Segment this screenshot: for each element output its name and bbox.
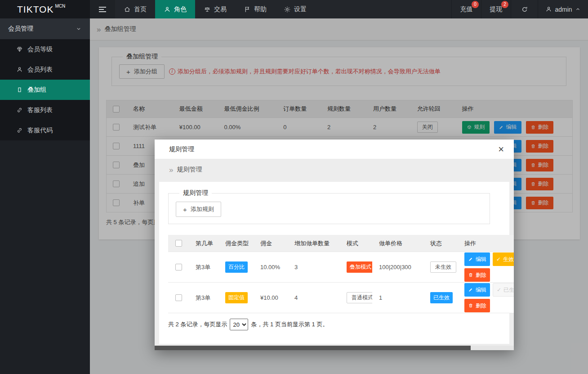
scales-icon xyxy=(204,6,211,13)
horizontal-scrollbar xyxy=(155,346,514,350)
menu-toggle-button[interactable] xyxy=(90,0,115,18)
sidebar-item-member-list[interactable]: 会员列表 xyxy=(0,59,90,80)
link-icon xyxy=(16,107,23,113)
fieldset-legend: 规则管理 xyxy=(179,189,212,197)
check-icon: ✓ xyxy=(497,287,501,293)
box-icon xyxy=(16,86,23,93)
commission-type-tag: 固定值 xyxy=(225,292,248,303)
add-rule-button[interactable]: + 添加规则 xyxy=(176,202,221,217)
nav-item-trade[interactable]: 交易 xyxy=(195,0,235,18)
rule-row: 第3单 百分比 10.00% 3 叠加模式 100|200|300 未生效 编辑… xyxy=(168,252,514,283)
modal-header: 规则管理 × xyxy=(155,140,514,159)
page-size-select[interactable]: 20 xyxy=(230,319,248,330)
nav-item-home[interactable]: 首页 xyxy=(115,0,155,18)
home-icon xyxy=(124,6,131,13)
check-icon: ✓ xyxy=(496,257,501,262)
app-screen: TIKTOK MCN 首页 角色 交易 帮助 xyxy=(0,0,588,374)
sidebar-group-member-management[interactable]: 会员管理 xyxy=(0,18,90,39)
app-logo: TIKTOK MCN xyxy=(0,0,90,18)
withdraw-button[interactable]: 提现 2 xyxy=(481,0,511,18)
plus-icon: + xyxy=(183,206,187,213)
status-tag: 未生效 xyxy=(430,261,456,273)
user-menu[interactable]: admin xyxy=(538,0,588,18)
modal-title: 规则管理 xyxy=(169,145,194,153)
topbar: TIKTOK MCN 首页 角色 交易 帮助 xyxy=(0,0,588,18)
link-icon xyxy=(16,127,23,134)
nav-item-settings[interactable]: 设置 xyxy=(275,0,315,18)
rule-management-modal: 规则管理 × » 规则管理 规则管理 + 添加规则 第几单 佣金类型 佣金 xyxy=(155,140,514,350)
rule-table: 第几单 佣金类型 佣金 增加做单数量 模式 做单价格 状态 操作 第3单 百分比… xyxy=(168,235,514,313)
sidebar-item-member-level[interactable]: 会员等级 xyxy=(0,39,90,59)
trash-icon xyxy=(468,272,473,278)
recharge-button[interactable]: 充值 0 xyxy=(451,0,481,18)
pencil-icon xyxy=(468,257,473,262)
trash-icon xyxy=(468,303,473,308)
delete-button[interactable]: 删除 xyxy=(464,268,490,282)
rule-row: 第3单 固定值 ¥10.00 4 普通模式 1 已生效 编辑 ✓已生效 删除 xyxy=(168,283,514,313)
nav-item-help[interactable]: 帮助 xyxy=(235,0,275,18)
edit-button[interactable]: 编辑 xyxy=(464,252,490,266)
nav-item-roles[interactable]: 角色 xyxy=(155,0,195,18)
scrollbar-thumb[interactable] xyxy=(155,346,471,350)
col-header: 操作 xyxy=(458,239,514,248)
delete-button[interactable]: 删除 xyxy=(464,299,490,312)
edit-button[interactable]: 编辑 xyxy=(464,283,490,297)
top-navigation: 首页 角色 交易 帮助 设置 xyxy=(115,0,315,18)
commission-type-tag: 百分比 xyxy=(225,261,248,273)
row-checkbox[interactable] xyxy=(175,294,182,301)
modal-content-panel: 规则管理 + 添加规则 第几单 佣金类型 佣金 增加做单数量 模式 做单价格 状… xyxy=(159,182,509,344)
col-header: 佣金 xyxy=(254,239,288,248)
withdraw-badge: 2 xyxy=(501,1,508,8)
col-header: 第几单 xyxy=(189,239,218,248)
user-icon xyxy=(545,6,552,13)
col-header: 做单价格 xyxy=(372,239,423,248)
rule-fieldset: 规则管理 + 添加规则 xyxy=(168,189,490,224)
user-icon xyxy=(16,66,23,73)
status-tag: 已生效 xyxy=(430,292,453,303)
close-icon[interactable]: × xyxy=(498,144,504,154)
rule-table-header: 第几单 佣金类型 佣金 增加做单数量 模式 做单价格 状态 操作 xyxy=(168,235,514,252)
rule-table-pagination: 共 2 条记录，每页显示 20 条，共 1 页当前显示第 1 页。 xyxy=(168,319,328,330)
username: admin xyxy=(555,6,572,13)
chevron-down-icon xyxy=(76,26,82,32)
col-header: 增加做单数量 xyxy=(288,239,340,248)
mode-tag: 叠加模式 xyxy=(347,261,372,273)
logo-title: TIKTOK xyxy=(17,4,53,15)
logo-tag: MCN xyxy=(55,4,65,9)
recharge-badge: 0 xyxy=(472,1,479,8)
mode-tag: 普通模式 xyxy=(347,292,372,303)
sidebar-item-overlay-group[interactable]: 叠加组 xyxy=(0,80,90,100)
sidebar: 会员管理 会员等级 会员列表 叠加组 客服列表 客服代码 xyxy=(0,18,90,374)
double-chevron-icon: » xyxy=(169,166,173,174)
sidebar-item-service-list[interactable]: 客服列表 xyxy=(0,100,90,120)
col-header: 佣金类型 xyxy=(218,239,254,248)
chevron-up-icon xyxy=(575,6,581,12)
refresh-icon xyxy=(521,6,528,13)
modal-breadcrumb: » 规则管理 xyxy=(155,159,514,180)
gem-icon xyxy=(16,46,23,53)
gear-icon xyxy=(284,6,291,13)
topbar-right: 充值 0 提现 2 admin xyxy=(451,0,588,18)
refresh-button[interactable] xyxy=(511,0,538,18)
col-header: 状态 xyxy=(423,239,458,248)
flag-icon xyxy=(244,6,251,13)
sidebar-submenu: 会员等级 会员列表 叠加组 客服列表 客服代码 xyxy=(0,39,90,140)
col-header: 模式 xyxy=(340,239,372,248)
user-icon xyxy=(164,6,171,13)
activated-button: ✓已生效 xyxy=(493,283,514,297)
select-all-checkbox[interactable] xyxy=(175,240,182,247)
activate-button[interactable]: ✓生效 xyxy=(493,252,514,266)
hamburger-icon xyxy=(99,7,106,8)
row-checkbox[interactable] xyxy=(175,264,182,270)
sidebar-item-service-code[interactable]: 客服代码 xyxy=(0,120,90,140)
pencil-icon xyxy=(468,287,473,293)
